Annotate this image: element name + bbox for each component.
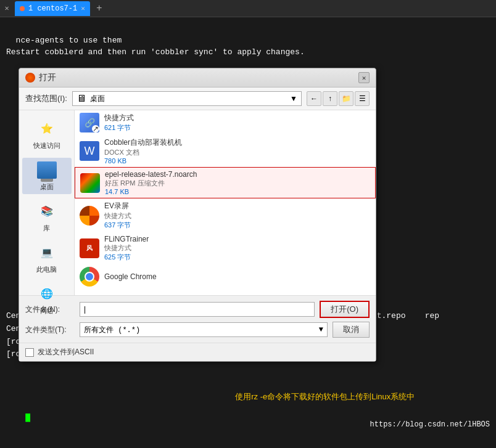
desktop-sidebar-icon: [37, 160, 57, 180]
dialog-main: ⭐ 快速访问 桌面 📚 库 💻 此电脑 🌐 网络: [19, 110, 376, 295]
up-button[interactable]: ↑: [323, 91, 337, 106]
dialog-sidebar: ⭐ 快速访问 桌面 📚 库 💻 此电脑 🌐 网络: [19, 110, 75, 295]
filename-input[interactable]: [80, 302, 315, 317]
library-icon: 📚: [37, 202, 57, 221]
filename-row: 文件名(N): 打开(O): [25, 301, 370, 318]
tab-status-dot: [20, 6, 25, 11]
location-label: 查找范围(I):: [25, 93, 67, 104]
sidebar-item-pc[interactable]: 💻 此电脑: [22, 240, 72, 277]
view-button[interactable]: ☰: [355, 91, 370, 106]
back-button[interactable]: ←: [307, 91, 321, 106]
file-item-ev[interactable]: EV录屏 快捷方式 637 字节: [75, 198, 376, 232]
cobbler-file-info: Cobbler自动部署装机机 DOCX 文档 780 KB: [104, 137, 371, 165]
file-open-dialog: 打开 ✕ 查找范围(I): 🖥 桌面 ▼ ← ↑ 📁 ☰ ⭐ 快速访问: [19, 68, 376, 362]
file-item-epel[interactable]: epel-release-latest-7.noarch 好压 RPM 压缩文件…: [75, 167, 376, 198]
dialog-title-bar: 打开 ✕: [19, 68, 376, 88]
filetype-row: 文件类型(T): 所有文件 (*.*) ▼ 取消: [25, 322, 370, 338]
filename-label: 文件名(N):: [25, 304, 75, 315]
ascii-checkbox[interactable]: [25, 348, 34, 357]
cobbler-file-icon: W: [80, 141, 99, 161]
terminal-bottom: [root@localhost yum.repos.d]# ls CentOS-…: [0, 351, 496, 448]
ascii-row: 发送文件到ASCII: [19, 343, 376, 361]
quick-access-icon: ⭐: [37, 119, 57, 139]
ascii-label: 发送文件到ASCII: [38, 347, 94, 357]
location-dropdown[interactable]: 🖥 桌面 ▼: [72, 91, 302, 106]
chrome-file-info: Google Chrome: [104, 272, 371, 281]
dialog-close-button[interactable]: ✕: [358, 72, 370, 83]
filetype-arrow-icon: ▼: [319, 325, 323, 334]
terminal-tab[interactable]: 1 centos7-1 ✕: [15, 1, 90, 16]
cancel-button[interactable]: 取消: [333, 322, 370, 338]
file-item-shortcut[interactable]: 🔗 快捷方式 621 字节: [75, 110, 376, 135]
url-text: https://blog.csdn.net/lHBOS: [350, 406, 490, 444]
filetype-label: 文件类型(T):: [25, 325, 75, 335]
shortcut-file-info: 快捷方式 621 字节: [104, 113, 371, 132]
ev-file-icon: [80, 206, 99, 226]
dialog-title-icon: [25, 73, 35, 83]
file-list[interactable]: 🔗 快捷方式 621 字节 W Cobbler自动部署装机机 DOCX 文档 7…: [75, 110, 376, 295]
dialog-bottom: 文件名(N): 打开(O) 文件类型(T): 所有文件 (*.*) ▼ 取消: [19, 295, 376, 343]
filetype-dropdown[interactable]: 所有文件 (*.*) ▼: [80, 322, 328, 337]
epel-file-info: epel-release-latest-7.noarch 好压 RPM 压缩文件…: [105, 170, 370, 195]
tab-bar: ✕ 1 centos7-1 ✕ +: [0, 0, 496, 17]
tab-label: 1 centos7-1: [28, 4, 77, 13]
dialog-title: 打开: [25, 72, 56, 83]
network-icon: 🌐: [37, 284, 57, 304]
tab-close-icon[interactable]: ✕: [81, 4, 85, 12]
open-cancel-buttons: 打开(O): [320, 301, 370, 318]
desktop-icon: 🖥: [76, 93, 86, 104]
sidebar-item-desktop[interactable]: 桌面: [22, 158, 72, 194]
fling-file-info: FLiNGTrainer 快捷方式 625 字节: [104, 235, 371, 262]
pc-icon: 💻: [37, 243, 57, 263]
file-item-chrome[interactable]: Google Chrome: [75, 264, 376, 289]
location-bar: 查找范围(I): 🖥 桌面 ▼ ← ↑ 📁 ☰: [19, 88, 376, 110]
shortcut-file-icon: 🔗: [80, 113, 99, 132]
new-tab-button[interactable]: +: [93, 2, 106, 15]
sidebar-item-library[interactable]: 📚 库: [22, 199, 72, 235]
chrome-file-icon: [80, 267, 99, 287]
cursor-line: █: [6, 400, 30, 438]
open-button[interactable]: 打开(O): [320, 301, 370, 318]
fling-file-icon: 风: [80, 238, 99, 258]
epel-file-icon: [80, 173, 100, 193]
ev-file-info: EV录屏 快捷方式 637 字节: [104, 201, 371, 230]
terminal-top-text: nce-agents to use them Restart cobblerd …: [0, 17, 496, 63]
file-item-fling[interactable]: 风 FLiNGTrainer 快捷方式 625 字节: [75, 232, 376, 264]
new-folder-button[interactable]: 📁: [339, 91, 353, 106]
dropdown-arrow-icon: ▼: [290, 94, 297, 103]
location-buttons: ← ↑ 📁 ☰: [307, 91, 370, 106]
sidebar-item-quick-access[interactable]: ⭐ 快速访问: [22, 116, 72, 153]
file-item-cobbler[interactable]: W Cobbler自动部署装机机 DOCX 文档 780 KB: [75, 135, 376, 167]
window-close-button[interactable]: ✕: [0, 2, 14, 15]
